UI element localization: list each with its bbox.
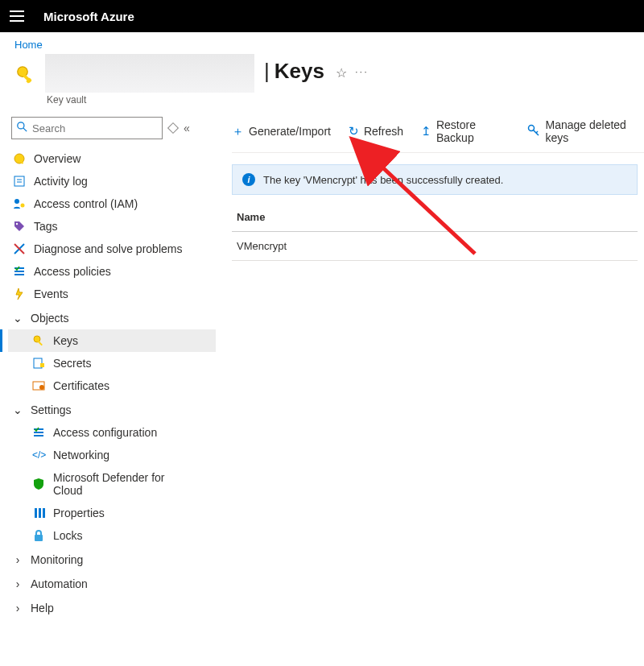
generate-import-button[interactable]: ＋ Generate/Import	[232, 124, 331, 139]
success-notification: i The key 'VMencrypt' has been successfu…	[232, 164, 638, 195]
sidebar-search[interactable]	[11, 117, 163, 139]
sidebar-item-label: Events	[34, 287, 68, 300]
svg-point-23	[39, 385, 44, 390]
locks-icon	[32, 529, 45, 542]
sidebar-item-activity-log[interactable]: Activity log	[8, 170, 216, 192]
sidebar-item-tags[interactable]: Tags	[8, 215, 216, 238]
breadcrumb-home[interactable]: Home	[14, 39, 43, 51]
access-config-icon	[32, 426, 45, 439]
toolbar-label: Restore Backup	[436, 118, 510, 144]
sidebar-section-objects[interactable]: ⌄ Objects	[8, 305, 216, 329]
chevron-right-icon: ›	[13, 553, 23, 566]
svg-rect-28	[35, 508, 37, 518]
expand-favorites-icon[interactable]	[167, 122, 179, 134]
page-title: Keys	[275, 59, 324, 84]
keys-table-header: Name	[232, 195, 638, 232]
properties-icon	[32, 507, 45, 519]
title-separator: |	[264, 59, 270, 84]
section-label: Objects	[31, 312, 68, 325]
svg-line-4	[23, 128, 27, 131]
chevron-down-icon: ⌄	[13, 403, 23, 416]
sidebar-item-events[interactable]: Events	[8, 283, 216, 305]
sidebar-section-monitoring[interactable]: › Monitoring	[8, 547, 216, 571]
refresh-icon: ↻	[349, 124, 359, 139]
key-icon	[527, 124, 540, 139]
sidebar-item-access-configuration[interactable]: Access configuration	[8, 421, 216, 444]
keys-table-row[interactable]: VMencrypt	[232, 232, 638, 261]
events-icon	[13, 287, 26, 300]
sidebar-item-label: Overview	[34, 152, 80, 165]
sidebar-search-row: «	[8, 114, 216, 147]
resource-subtitle: Key vault	[47, 94, 254, 105]
sidebar-search-input[interactable]	[32, 122, 157, 134]
toolbar: ＋ Generate/Import ↻ Refresh ↥ Restore Ba…	[232, 114, 644, 153]
activity-log-icon	[13, 175, 26, 188]
sidebar-item-overview[interactable]: Overview	[8, 147, 216, 170]
section-label: Monitoring	[31, 553, 83, 566]
sidebar-item-label: Keys	[53, 334, 78, 347]
sidebar-item-secrets[interactable]: Secrets	[8, 352, 216, 374]
chevron-right-icon: ›	[13, 602, 23, 614]
svg-rect-31	[35, 535, 43, 541]
sidebar-item-label: Access configuration	[53, 426, 157, 439]
sidebar-item-defender[interactable]: Microsoft Defender for Cloud	[8, 466, 216, 502]
sidebar-section-settings[interactable]: ⌄ Settings	[8, 397, 216, 421]
sidebar-item-locks[interactable]: Locks	[8, 524, 216, 547]
upload-icon: ↥	[421, 124, 431, 139]
sidebar-item-certificates[interactable]: Certificates	[8, 374, 216, 397]
svg-rect-29	[39, 508, 41, 518]
notification-text: The key 'VMencrypt' has been successfull…	[263, 174, 503, 186]
page-header: Key vault | Keys ☆ ···	[0, 51, 644, 114]
sidebar-item-keys[interactable]: Keys	[8, 329, 216, 352]
sidebar-section-automation[interactable]: › Automation	[8, 571, 216, 595]
sidebar-item-diagnose[interactable]: Diagnose and solve problems	[8, 238, 216, 260]
info-icon: i	[242, 173, 255, 186]
access-policies-icon	[13, 265, 26, 278]
sidebar-item-label: Properties	[53, 507, 105, 519]
sidebar-item-access-policies[interactable]: Access policies	[8, 260, 216, 283]
svg-point-10	[14, 199, 19, 204]
sidebar-item-label: Networking	[53, 449, 109, 461]
svg-rect-30	[43, 508, 45, 518]
refresh-button[interactable]: ↻ Refresh	[349, 124, 403, 139]
networking-icon: </>	[32, 449, 45, 461]
manage-deleted-keys-button[interactable]: Manage deleted keys	[527, 118, 644, 144]
sidebar-item-iam[interactable]: Access control (IAM)	[8, 192, 216, 215]
restore-backup-button[interactable]: ↥ Restore Backup	[421, 118, 510, 144]
search-icon	[17, 122, 27, 134]
sidebar-item-label: Tags	[34, 220, 58, 233]
section-label: Settings	[31, 403, 72, 416]
sidebar-menu: Overview Activity log Access control (IA…	[8, 147, 216, 619]
sidebar-item-label: Secrets	[53, 357, 91, 370]
hamburger-icon[interactable]	[10, 10, 24, 22]
more-actions-icon[interactable]: ···	[355, 65, 369, 77]
defender-icon	[32, 478, 45, 490]
favorite-star-icon[interactable]: ☆	[336, 65, 347, 81]
sidebar-item-label: Certificates	[53, 379, 109, 392]
resource-name-redacted	[45, 54, 254, 93]
sidebar-section-help[interactable]: › Help	[8, 595, 216, 619]
sidebar-item-label: Diagnose and solve problems	[34, 242, 182, 255]
sidebar-item-label: Access control (IAM)	[34, 197, 138, 210]
keys-icon	[32, 334, 45, 347]
global-header: Microsoft Azure	[0, 0, 644, 32]
collapse-sidebar-icon[interactable]: «	[184, 122, 190, 134]
svg-rect-19	[38, 341, 43, 345]
iam-icon	[13, 197, 26, 210]
chevron-right-icon: ›	[13, 577, 23, 590]
cell-name: VMencrypt	[237, 240, 287, 252]
svg-text:</>: </>	[32, 449, 46, 461]
sidebar-item-networking[interactable]: </> Networking	[8, 444, 216, 466]
key-vault-icon	[14, 64, 39, 88]
svg-rect-21	[40, 363, 44, 367]
resource-block: Key vault	[45, 54, 254, 105]
svg-point-3	[18, 122, 24, 129]
secrets-icon	[32, 357, 45, 370]
section-label: Help	[31, 602, 54, 614]
sidebar-item-properties[interactable]: Properties	[8, 502, 216, 524]
svg-point-12	[16, 223, 18, 225]
overview-icon	[13, 152, 26, 165]
svg-line-34	[536, 131, 538, 133]
svg-point-18	[34, 336, 40, 342]
sidebar-item-label: Activity log	[34, 175, 88, 188]
